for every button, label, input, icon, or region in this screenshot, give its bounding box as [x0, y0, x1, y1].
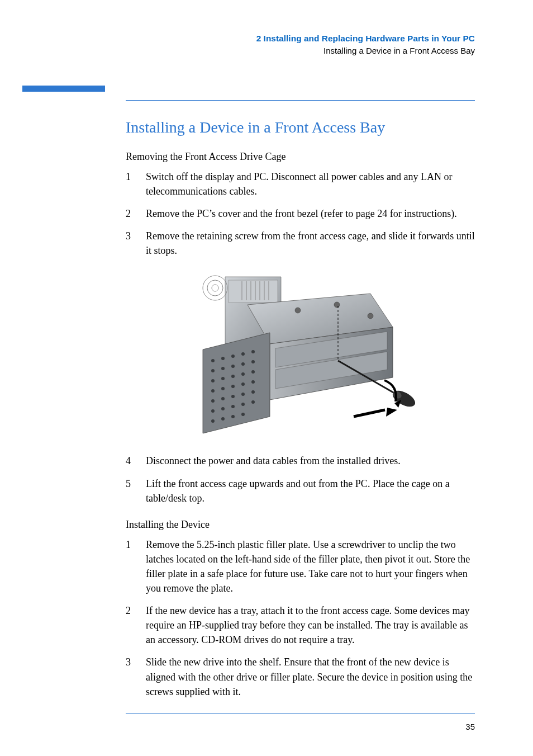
figure-drive-cage [126, 271, 475, 439]
svg-point-18 [221, 357, 225, 360]
svg-point-20 [241, 352, 245, 356]
svg-point-19 [231, 355, 235, 358]
svg-point-52 [334, 302, 340, 308]
svg-point-34 [231, 385, 235, 388]
svg-point-9 [203, 276, 227, 300]
svg-point-29 [231, 375, 235, 378]
svg-point-50 [241, 413, 245, 416]
svg-rect-1 [229, 280, 278, 303]
svg-point-30 [241, 372, 245, 376]
list-item: Remove the PC’s cover and the front beze… [126, 206, 475, 221]
svg-point-48 [221, 417, 225, 420]
svg-point-41 [251, 390, 255, 394]
svg-point-35 [241, 382, 245, 386]
svg-point-27 [211, 379, 215, 382]
svg-point-32 [211, 389, 215, 393]
svg-point-24 [231, 365, 235, 368]
svg-point-51 [295, 308, 301, 313]
svg-point-37 [211, 399, 215, 403]
list-item: Remove the retaining screw from the fron… [126, 229, 475, 258]
svg-point-49 [231, 415, 235, 418]
page-title: Installing a Device in a Front Access Ba… [126, 119, 475, 136]
svg-point-36 [251, 380, 255, 384]
svg-point-28 [221, 377, 225, 380]
svg-marker-16 [203, 333, 270, 433]
list-item: Slide the new drive into the shelf. Ensu… [126, 655, 475, 698]
drive-cage-illustration [186, 271, 415, 439]
footer-rule [126, 713, 475, 714]
steps-list-1a: Switch off the display and PC. Disconnec… [126, 169, 475, 258]
subheading-removing-cage: Removing the Front Access Drive Cage [126, 151, 475, 163]
svg-point-17 [211, 359, 215, 362]
svg-point-23 [221, 367, 225, 370]
svg-point-46 [251, 400, 255, 404]
svg-point-11 [212, 285, 218, 291]
steps-list-2: Remove the 5.25-inch plastic filler plat… [126, 537, 475, 699]
header-section-label: Installing a Device in a Front Access Ba… [126, 46, 475, 55]
horizontal-rule [126, 100, 475, 101]
svg-point-53 [368, 313, 373, 319]
svg-point-21 [251, 350, 255, 353]
subheading-installing-device: Installing the Device [126, 519, 475, 531]
list-item: Lift the front access cage upwards and o… [126, 476, 475, 505]
svg-point-56 [390, 388, 415, 410]
svg-point-39 [231, 395, 235, 398]
svg-point-47 [211, 419, 215, 423]
svg-point-45 [241, 403, 245, 406]
svg-marker-59 [386, 408, 397, 417]
svg-point-42 [211, 409, 215, 413]
steps-list-1b: Disconnect the power and data cables fro… [126, 453, 475, 505]
svg-point-26 [251, 360, 255, 363]
svg-point-44 [231, 405, 235, 408]
page-header: 2 Installing and Replacing Hardware Part… [126, 34, 475, 55]
header-chapter-label: 2 Installing and Replacing Hardware Part… [126, 34, 475, 44]
accent-bar [126, 86, 475, 92]
svg-point-33 [221, 387, 225, 390]
svg-point-10 [207, 280, 223, 296]
svg-point-25 [241, 362, 245, 366]
svg-point-22 [211, 369, 215, 372]
list-item: Remove the 5.25-inch plastic filler plat… [126, 537, 475, 596]
page-number: 35 [465, 722, 475, 731]
list-item: Switch off the display and PC. Disconnec… [126, 169, 475, 199]
list-item: If the new device has a tray, attach it … [126, 603, 475, 647]
list-item: Disconnect the power and data cables fro… [126, 453, 475, 468]
svg-point-38 [221, 397, 225, 400]
svg-point-31 [251, 370, 255, 374]
svg-point-43 [221, 407, 225, 410]
svg-point-40 [241, 393, 245, 396]
